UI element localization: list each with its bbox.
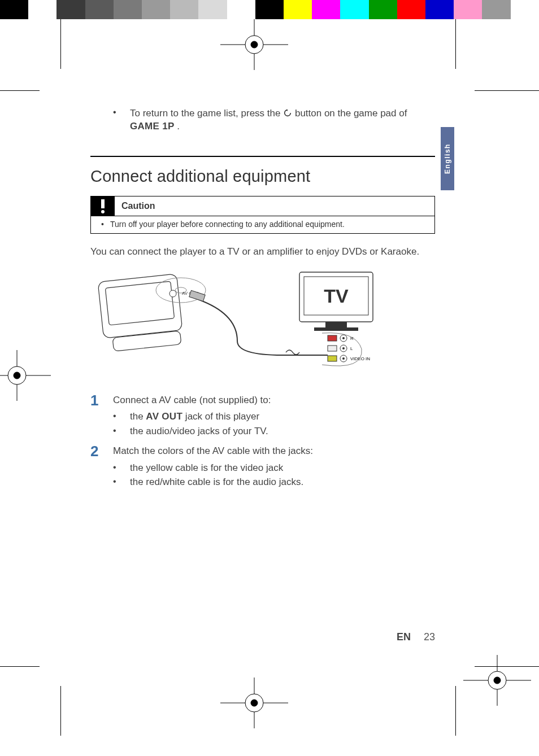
svg-point-2 [245,36,263,54]
bullet-icon: • [101,220,110,229]
step-body: Connect a AV cable (not supplied) to: • … [113,393,271,439]
svg-point-36 [342,357,345,360]
text: To return to the game list, press the [130,108,283,119]
page-content: • To return to the game list, press the … [90,107,435,490]
section-divider [90,156,435,157]
list-item: • the red/white cable is for the audio j… [113,475,313,490]
svg-rect-27 [314,327,358,331]
svg-rect-26 [325,322,347,327]
svg-rect-19 [105,281,174,325]
svg-point-10 [8,366,26,384]
svg-point-6 [245,694,263,712]
step-number: 2 [90,444,113,490]
caution-text: Turn off your player before connecting t… [110,220,345,229]
svg-point-3 [251,41,258,48]
registration-mark-bottom-icon [220,678,288,728]
caution-label: Caution [115,196,162,216]
crop-mark-icon [60,19,61,69]
crop-mark-icon [455,686,456,736]
step-text: Match the colors of the AV cable with th… [113,445,313,456]
return-icon [283,108,292,117]
caution-icon [91,196,115,216]
svg-point-11 [14,372,20,379]
description-text: You can connect the player to a TV or an… [90,246,435,257]
printer-color-bar [0,0,539,19]
section-heading: Connect additional equipment [90,167,435,186]
page-footer: EN 23 [90,631,435,643]
bullet-text: To return to the game list, press the bu… [130,107,435,133]
plug-icon [189,290,205,301]
tv-label: TV [324,285,349,307]
text-bold: GAME 1P [130,121,175,132]
footer-page-number: 23 [424,631,435,643]
svg-rect-16 [101,199,105,208]
svg-point-15 [494,677,501,684]
step-2: 2 Match the colors of the AV cable with … [90,444,435,490]
language-tab: English [441,127,454,190]
step-body: Match the colors of the AV cable with th… [113,444,313,490]
text: . [175,121,180,132]
svg-rect-31 [328,346,337,351]
bullet-icon: • [113,107,130,133]
caution-box: Caution •Turn off your player before con… [90,196,435,234]
connection-diagram: AV OUT TV R L VIDEO IN [90,268,379,381]
bullet-text: the audio/video jacks of your TV. [130,424,268,439]
bullet-icon: • [113,475,130,490]
step-number: 1 [90,393,113,439]
step-text: Connect a AV cable (not supplied) to: [113,395,271,405]
registration-mark-right-icon [463,655,531,706]
player-icon [98,274,182,351]
crop-mark-icon [455,19,456,69]
crop-mark-icon [475,666,539,667]
crop-mark-icon [475,90,539,91]
bullet-text: the yellow cable is for the video jack [130,461,283,475]
footer-lang: EN [397,631,411,643]
rca-jacks-icon: R L VIDEO IN [322,333,370,366]
svg-rect-34 [328,356,337,361]
bullet-icon: • [113,424,130,439]
registration-mark-left-icon [0,350,51,401]
svg-point-7 [251,700,258,706]
bullet-icon: • [113,409,130,424]
svg-point-30 [342,337,345,339]
list-item: • the audio/video jacks of your TV. [113,424,271,439]
jack-l-label: L [350,346,353,351]
svg-point-33 [342,347,345,349]
bullet-text: the red/white cable is for the audio jac… [130,475,303,490]
step-1: 1 Connect a AV cable (not supplied) to: … [90,393,435,439]
bullet-text: the AV OUT jack of this player [130,409,259,424]
caution-header: Caution [91,196,434,216]
list-item: • To return to the game list, press the … [113,107,435,133]
text: button on the game pad of [295,108,407,119]
crop-mark-icon [60,686,61,736]
svg-point-17 [101,210,105,213]
list-item: • the AV OUT jack of this player [113,409,271,424]
language-tab-label: English [444,143,451,174]
svg-point-14 [488,671,506,689]
crop-mark-icon [0,666,40,667]
bullet-icon: • [113,461,130,475]
svg-point-23 [169,290,176,297]
tv-icon: TV [299,272,373,331]
crop-mark-icon [0,90,40,91]
list-item: • the yellow cable is for the video jack [113,461,313,475]
caution-body: •Turn off your player before connecting … [91,216,434,233]
registration-mark-top-icon [220,19,288,70]
svg-rect-28 [328,335,337,341]
